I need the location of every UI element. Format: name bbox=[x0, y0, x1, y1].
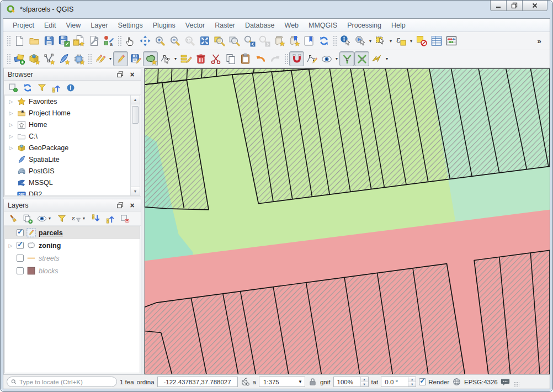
spin-down-icon[interactable]: ▼ bbox=[408, 382, 416, 386]
open-project-button[interactable] bbox=[26, 34, 41, 49]
new-virtual-layer-button[interactable] bbox=[71, 51, 86, 66]
expand-arrow-icon[interactable]: ▷ bbox=[8, 99, 14, 104]
add-selected-layers-button[interactable] bbox=[8, 83, 18, 93]
remove-layer-button[interactable] bbox=[120, 214, 130, 224]
toolbar-drag-handle[interactable] bbox=[87, 53, 92, 65]
filter-legend-button[interactable] bbox=[57, 214, 67, 224]
open-data-source-manager-button[interactable] bbox=[12, 51, 26, 66]
field-calculator-button[interactable] bbox=[444, 34, 459, 49]
layer-row-streets[interactable]: streets bbox=[5, 252, 140, 264]
toolbar-overflow-button[interactable]: » bbox=[534, 34, 545, 49]
menu-web[interactable]: Web bbox=[280, 20, 304, 31]
crs-status[interactable]: EPSG:4326 bbox=[464, 379, 498, 385]
menu-view[interactable]: View bbox=[61, 20, 86, 31]
scrollbar-thumb[interactable] bbox=[132, 106, 139, 124]
extent-toggle-icon[interactable] bbox=[241, 377, 250, 386]
select-by-expression-button[interactable]: ε bbox=[394, 34, 408, 49]
browser-scrollbar[interactable]: ▲ ▼ bbox=[130, 96, 140, 195]
coordinate-display[interactable]: -122.437837,37.788027 bbox=[157, 377, 238, 387]
chevron-down-icon[interactable]: ▼ bbox=[296, 379, 305, 384]
select-by-expression-dropdown[interactable]: ▾ bbox=[408, 39, 414, 44]
map-canvas[interactable] bbox=[145, 68, 550, 374]
spin-up-icon[interactable]: ▲ bbox=[408, 377, 416, 382]
new-spatial-bookmark-button[interactable] bbox=[272, 34, 286, 49]
run-feature-action-button[interactable] bbox=[353, 34, 368, 49]
select-features-button[interactable] bbox=[373, 34, 388, 49]
delete-selected-button[interactable] bbox=[193, 51, 208, 66]
layers-float-button[interactable] bbox=[115, 201, 125, 210]
snap-on-intersection-button[interactable] bbox=[354, 51, 369, 66]
snapping-visibility-dropdown[interactable]: ▾ bbox=[334, 56, 339, 61]
new-spatialite-layer-button[interactable] bbox=[56, 51, 71, 66]
toolbar-drag-handle[interactable] bbox=[6, 53, 10, 65]
browser-item-db2[interactable]: DB2 DB2 bbox=[5, 188, 140, 196]
vertex-tool-dropdown[interactable]: ▾ bbox=[173, 56, 178, 61]
enable-tracing-dropdown[interactable]: ▾ bbox=[384, 56, 390, 61]
zoom-out-button[interactable] bbox=[167, 34, 182, 49]
save-project-button[interactable] bbox=[41, 34, 56, 49]
browser-item-favorites[interactable]: ▷ Favorites bbox=[5, 96, 140, 107]
paste-features-button[interactable] bbox=[238, 51, 253, 66]
browser-item-home[interactable]: ▷ Home bbox=[5, 119, 140, 130]
run-feature-action-dropdown[interactable]: ▾ bbox=[368, 39, 373, 44]
deselect-features-button[interactable] bbox=[414, 34, 429, 49]
refresh-map-button[interactable] bbox=[316, 34, 331, 49]
zoom-last-button[interactable] bbox=[242, 34, 257, 49]
expand-arrow-icon[interactable]: ▷ bbox=[8, 145, 14, 151]
title-bar[interactable]: *sfparcels - QGIS bbox=[1, 1, 552, 18]
layer-row-parcels[interactable]: parcels bbox=[5, 226, 140, 239]
show-layout-manager-button[interactable] bbox=[86, 34, 101, 49]
manage-visibility-dropdown[interactable]: ▾ bbox=[47, 216, 52, 221]
identify-features-button[interactable] bbox=[338, 34, 353, 49]
open-layer-styling-button[interactable] bbox=[8, 214, 18, 224]
filter-by-expression-button[interactable]: ε▾ bbox=[71, 214, 87, 224]
locator-search[interactable] bbox=[7, 377, 117, 387]
zoom-full-button[interactable] bbox=[197, 34, 212, 49]
menu-mmqgis[interactable]: MMQGIS bbox=[304, 20, 342, 31]
new-print-layout-button[interactable] bbox=[71, 34, 86, 49]
restore-button[interactable] bbox=[506, 1, 523, 11]
scroll-down-icon[interactable]: ▼ bbox=[131, 187, 140, 195]
toolbar-drag-handle[interactable] bbox=[332, 35, 337, 47]
toolbar-drag-handle[interactable] bbox=[284, 53, 288, 65]
spinner-buttons[interactable]: ▲▼ bbox=[360, 377, 368, 386]
snapping-visibility-button[interactable] bbox=[319, 51, 334, 66]
filter-browser-button[interactable] bbox=[37, 83, 47, 93]
save-layer-edits-button[interactable] bbox=[128, 51, 143, 66]
spinner-buttons[interactable]: ▲▼ bbox=[408, 377, 416, 386]
zoom-to-selection-button[interactable] bbox=[212, 34, 227, 49]
expand-all-button[interactable] bbox=[91, 214, 101, 224]
bookmark-manager-button[interactable] bbox=[301, 34, 316, 49]
vertex-tool-button[interactable] bbox=[158, 51, 173, 66]
menu-processing[interactable]: Processing bbox=[342, 20, 386, 31]
copy-features-button[interactable] bbox=[223, 51, 238, 66]
expand-arrow-icon[interactable]: ▷ bbox=[8, 110, 14, 116]
menu-database[interactable]: Database bbox=[240, 20, 280, 31]
browser-close-button[interactable]: × bbox=[127, 70, 137, 79]
spin-up-icon[interactable]: ▲ bbox=[361, 377, 368, 382]
menu-plugins[interactable]: Plugins bbox=[148, 20, 180, 31]
render-checkbox[interactable] bbox=[419, 378, 426, 385]
browser-item-project-home[interactable]: ▷ Project Home bbox=[5, 107, 140, 119]
new-project-button[interactable] bbox=[12, 34, 26, 49]
collapse-all-button[interactable] bbox=[105, 214, 115, 224]
layer-visibility-checkbox[interactable] bbox=[17, 267, 24, 274]
scroll-up-icon[interactable]: ▲ bbox=[131, 96, 140, 104]
toolbar-drag-handle[interactable] bbox=[117, 35, 121, 47]
layer-row-blocks[interactable]: blocks bbox=[5, 264, 140, 277]
new-geopackage-layer-button[interactable] bbox=[26, 51, 41, 66]
locator-input[interactable] bbox=[19, 379, 113, 385]
pan-map-button[interactable] bbox=[123, 34, 137, 49]
snap-on-vertex-button[interactable] bbox=[339, 51, 354, 66]
browser-item-c-drive[interactable]: ▷ C:\ bbox=[5, 130, 140, 142]
toolbar-drag-handle[interactable] bbox=[6, 35, 10, 47]
menu-edit[interactable]: Edit bbox=[39, 20, 61, 31]
show-spatial-bookmarks-button[interactable] bbox=[286, 34, 301, 49]
zoom-next-button[interactable] bbox=[257, 34, 272, 49]
save-project-as-button[interactable] bbox=[56, 34, 71, 49]
toggle-editing-button[interactable] bbox=[113, 51, 128, 66]
menu-project[interactable]: Project bbox=[8, 20, 39, 31]
minimize-button[interactable] bbox=[490, 1, 507, 11]
lock-scale-icon[interactable] bbox=[308, 377, 317, 386]
select-features-dropdown[interactable]: ▾ bbox=[388, 39, 394, 44]
